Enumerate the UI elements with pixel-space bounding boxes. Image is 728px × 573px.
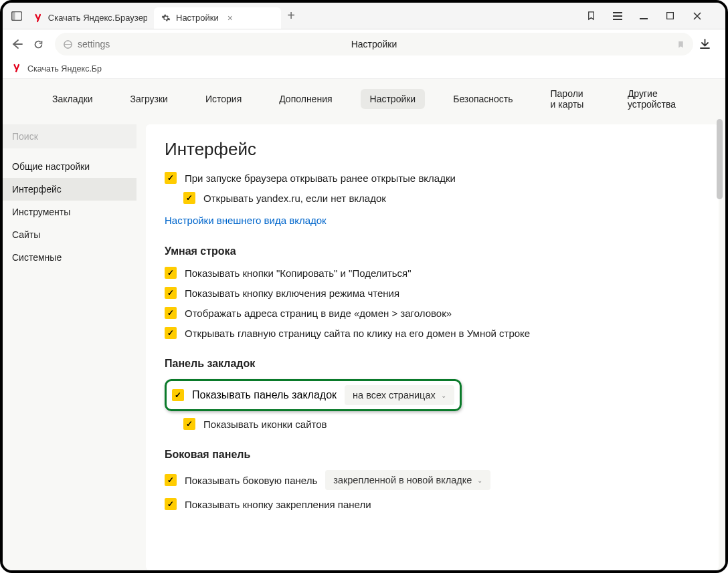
- option-restore-tabs[interactable]: ✓ При запуске браузера открывать ранее о…: [165, 172, 700, 184]
- reload-button[interactable]: [33, 39, 48, 49]
- settings-content: Интерфейс ✓ При запуске браузера открыва…: [146, 124, 719, 570]
- topnav-downloads[interactable]: Загрузки: [121, 89, 177, 109]
- sidebar-item-interface[interactable]: Интерфейс: [3, 178, 136, 201]
- option-reader-mode[interactable]: ✓ Показывать кнопку включения режима чте…: [165, 287, 700, 299]
- smart-address-box[interactable]: settings Настройки: [55, 33, 693, 55]
- checkbox-checked-icon[interactable]: ✓: [165, 307, 177, 319]
- titlebar: Скачать Яндекс.Браузер д Настройки × +: [3, 3, 725, 29]
- option-label: Показывать боковую панель: [185, 475, 317, 486]
- download-button[interactable]: [700, 39, 716, 49]
- settings-top-nav: Закладки Загрузки История Дополнения Нас…: [3, 79, 725, 119]
- svg-rect-3: [613, 15, 622, 17]
- sidebar-item-system[interactable]: Системные: [3, 246, 136, 269]
- tab-settings[interactable]: Настройки ×: [154, 7, 281, 29]
- topnav-passwords[interactable]: Пароли и карты: [541, 84, 600, 114]
- option-pin-button[interactable]: ✓ Показывать кнопку закрепления панели: [165, 498, 700, 510]
- settings-sidebar: Поиск Общие настройки Интерфейс Инструме…: [3, 119, 136, 570]
- gear-icon: [161, 13, 171, 23]
- yandex-favicon-icon: [12, 64, 23, 74]
- sidebar-toggle-icon[interactable]: [7, 6, 27, 26]
- bookmarks-bar-select[interactable]: на всех страницах ⌄: [345, 385, 454, 405]
- menu-icon[interactable]: [613, 12, 640, 20]
- sidebar-item-general[interactable]: Общие настройки: [3, 155, 136, 178]
- topnav-devices[interactable]: Другие устройства: [618, 84, 685, 114]
- svg-rect-2: [613, 12, 622, 13]
- back-button[interactable]: [12, 39, 27, 49]
- subsection-bookmarks-bar: Панель закладок: [165, 358, 700, 370]
- option-label: Показывать кнопки "Копировать" и "Подели…: [185, 267, 412, 279]
- checkbox-checked-icon[interactable]: ✓: [183, 192, 195, 204]
- tab-appearance-link[interactable]: Настройки внешнего вида вкладок: [165, 215, 327, 226]
- bookmark-item[interactable]: Скачать Яндекс.Бр: [27, 64, 102, 74]
- option-label: Показывать иконки сайтов: [203, 419, 327, 430]
- bookmark-icon[interactable]: [676, 39, 685, 49]
- option-domain-click[interactable]: ✓ Открывать главную страницу сайта по кл…: [165, 327, 700, 339]
- option-show-favicons[interactable]: ✓ Показывать иконки сайтов: [183, 418, 700, 430]
- option-label: Показывать кнопку закрепления панели: [185, 499, 371, 510]
- site-info-icon[interactable]: [63, 39, 76, 49]
- option-label: При запуске браузера открывать ранее отк…: [185, 173, 456, 184]
- option-label: Отображать адреса страниц в виде «домен …: [185, 308, 452, 319]
- topnav-history[interactable]: История: [196, 89, 251, 109]
- svg-rect-5: [640, 18, 648, 19]
- settings-search-input[interactable]: Поиск: [3, 124, 136, 148]
- select-value: на всех страницах: [353, 390, 436, 400]
- chevron-down-icon: ⌄: [441, 392, 446, 399]
- tab-label: Настройки: [176, 13, 219, 23]
- svg-rect-1: [12, 11, 15, 20]
- option-domain-title[interactable]: ✓ Отображать адреса страниц в виде «доме…: [165, 307, 700, 319]
- option-label: Открывать главную страницу сайта по клик…: [185, 328, 530, 339]
- select-value: закрепленной в новой вкладке: [333, 475, 472, 485]
- chevron-down-icon: ⌄: [477, 477, 482, 484]
- checkbox-checked-icon[interactable]: ✓: [165, 287, 177, 299]
- option-label: Показывать кнопку включения режима чтени…: [185, 288, 399, 299]
- sidepanel-mode-select[interactable]: закрепленной в новой вкладке ⌄: [325, 470, 490, 490]
- checkbox-checked-icon[interactable]: ✓: [183, 418, 195, 430]
- subsection-smartbar: Умная строка: [165, 245, 700, 257]
- option-copy-share[interactable]: ✓ Показывать кнопки "Копировать" и "Поде…: [165, 267, 700, 279]
- bookmarks-bar: Скачать Яндекс.Бр: [3, 59, 725, 79]
- window-minimize-icon[interactable]: [640, 12, 666, 20]
- topnav-bookmarks[interactable]: Закладки: [43, 89, 102, 109]
- option-label: Показывать панель закладок: [192, 389, 337, 401]
- option-open-yandex[interactable]: ✓ Открывать yandex.ru, если нет вкладок: [183, 192, 700, 204]
- address-title: Настройки: [351, 39, 397, 49]
- sidebar-item-tools[interactable]: Инструменты: [3, 201, 136, 223]
- yandex-favicon-icon: [33, 13, 43, 23]
- topnav-settings[interactable]: Настройки: [361, 89, 426, 109]
- bookmark-menu-icon[interactable]: [586, 11, 613, 21]
- topnav-security[interactable]: Безопасность: [444, 89, 522, 109]
- checkbox-checked-icon[interactable]: ✓: [172, 389, 184, 401]
- option-show-sidepanel[interactable]: ✓ Показывать боковую панель закрепленной…: [165, 470, 700, 490]
- checkbox-checked-icon[interactable]: ✓: [165, 327, 177, 339]
- tab-yandex-download[interactable]: Скачать Яндекс.Браузер д: [27, 7, 154, 29]
- checkbox-checked-icon[interactable]: ✓: [165, 474, 177, 486]
- window-maximize-icon[interactable]: [666, 12, 693, 19]
- window-close-icon[interactable]: [693, 12, 720, 20]
- sidebar-item-sites[interactable]: Сайты: [3, 223, 136, 246]
- scrollbar-thumb[interactable]: [717, 119, 723, 199]
- checkbox-checked-icon[interactable]: ✓: [165, 267, 177, 279]
- svg-rect-6: [667, 13, 674, 19]
- tab-close-icon[interactable]: ×: [227, 13, 237, 23]
- tab-label: Скачать Яндекс.Браузер д: [48, 13, 147, 23]
- settings-main: Поиск Общие настройки Интерфейс Инструме…: [3, 119, 725, 570]
- topnav-addons[interactable]: Дополнения: [270, 89, 341, 109]
- highlighted-option: ✓ Показывать панель закладок на всех стр…: [165, 379, 462, 411]
- checkbox-checked-icon[interactable]: ✓: [165, 172, 177, 184]
- address-url: settings: [78, 39, 110, 49]
- checkbox-checked-icon[interactable]: ✓: [165, 498, 177, 510]
- address-bar: settings Настройки: [3, 29, 725, 59]
- option-label: Открывать yandex.ru, если нет вкладок: [203, 193, 386, 204]
- svg-rect-4: [613, 19, 622, 20]
- subsection-side-panel: Боковая панель: [165, 449, 700, 461]
- section-title: Интерфейс: [165, 139, 700, 160]
- new-tab-button[interactable]: +: [281, 8, 301, 23]
